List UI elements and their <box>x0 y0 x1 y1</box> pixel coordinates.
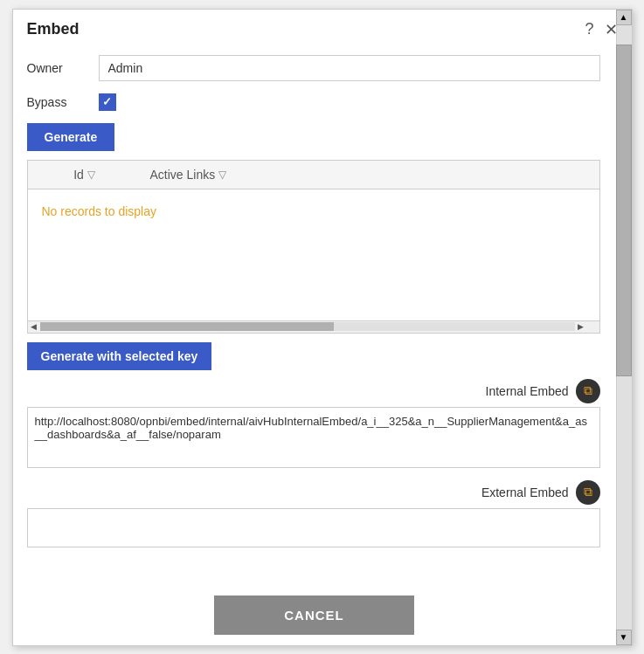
table-container: Id ▽ Active Links ▽ No records to displa… <box>27 160 600 334</box>
no-records-text: No records to display <box>42 204 157 218</box>
copy-icon-symbol: ⧉ <box>584 383 592 398</box>
external-embed-textarea[interactable] <box>27 508 600 547</box>
dialog-header-icons: ? ✕ <box>585 20 617 39</box>
internal-embed-copy-icon[interactable]: ⧉ <box>576 379 600 403</box>
table-body: No records to display <box>28 189 599 320</box>
scrollbar-arrow-down[interactable]: ▼ <box>616 630 632 645</box>
bypass-label: Bypass <box>27 95 88 109</box>
help-icon[interactable]: ? <box>585 20 593 38</box>
internal-embed-label: Internal Embed <box>486 384 569 398</box>
internal-embed-label-row: Internal Embed ⧉ <box>27 379 600 403</box>
scrollbar[interactable]: ▲ ▼ <box>616 10 632 645</box>
bypass-checkbox-wrapper <box>99 93 116 111</box>
table-col-links: Active Links ▽ <box>142 168 599 182</box>
owner-row: Owner <box>27 55 618 81</box>
generate-button[interactable]: Generate <box>27 123 115 151</box>
table-scroll-right[interactable]: ▶ <box>575 320 587 333</box>
dialog-header: Embed ? ✕ <box>13 10 632 46</box>
generate-with-key-button[interactable]: Generate with selected key <box>27 342 212 370</box>
bypass-checkbox[interactable] <box>99 93 116 111</box>
table-col-id: Id ▽ <box>28 168 142 182</box>
generate-key-btn-container: Generate with selected key <box>27 342 618 370</box>
dialog-body: Owner Bypass Generate Id ▽ <box>13 46 632 585</box>
dialog-title: Embed <box>27 20 80 38</box>
table-scroll-left[interactable]: ◀ <box>28 320 40 333</box>
external-embed-copy-icon[interactable]: ⧉ <box>576 480 600 505</box>
scrollbar-thumb[interactable] <box>616 45 632 376</box>
owner-label: Owner <box>27 61 88 75</box>
dialog-footer: CANCEL <box>13 585 616 645</box>
owner-input[interactable] <box>99 55 600 81</box>
cancel-button[interactable]: CANCEL <box>214 595 414 635</box>
generate-btn-container: Generate <box>27 123 618 151</box>
internal-embed-section: Internal Embed ⧉ <box>27 379 600 472</box>
external-embed-label: External Embed <box>481 485 569 499</box>
embed-dialog: ▲ ▼ Embed ? ✕ Owner Bypass <box>12 9 633 646</box>
internal-embed-textarea[interactable] <box>27 407 600 468</box>
table-scrollbar[interactable]: ◀ ▶ <box>28 320 599 333</box>
scrollbar-arrow-up[interactable]: ▲ <box>616 10 632 25</box>
external-copy-icon-symbol: ⧉ <box>584 485 592 499</box>
links-filter-icon[interactable]: ▽ <box>218 169 226 181</box>
table-header: Id ▽ Active Links ▽ <box>28 161 599 189</box>
table-scroll-track <box>40 322 575 331</box>
external-embed-label-row: External Embed ⧉ <box>27 480 600 505</box>
bypass-row: Bypass <box>27 93 618 111</box>
external-embed-section: External Embed ⧉ <box>27 480 600 551</box>
table-scroll-thumb <box>40 322 335 331</box>
id-filter-icon[interactable]: ▽ <box>87 169 95 181</box>
